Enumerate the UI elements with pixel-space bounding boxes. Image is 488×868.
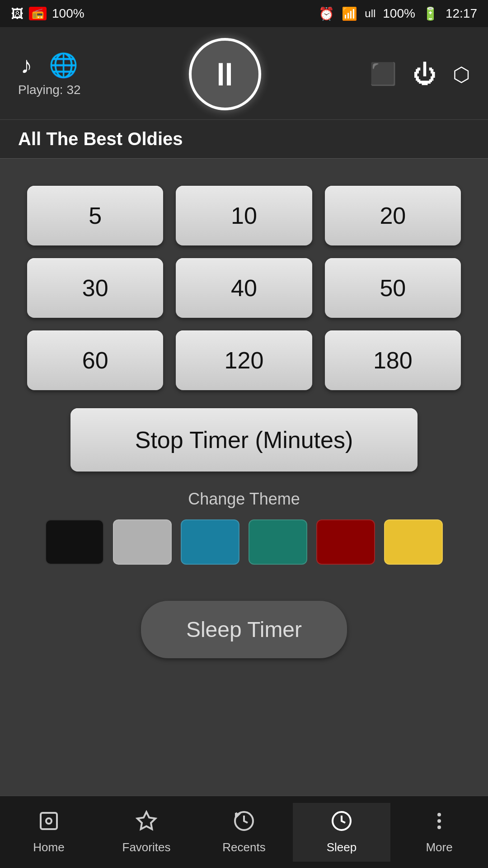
globe-icon[interactable]: 🌐 <box>49 52 78 79</box>
radio-icon: 📻 <box>29 7 47 20</box>
timer-grid: 5 10 20 30 40 50 60 120 180 <box>27 186 461 390</box>
status-right: ⏰ 📶 ull 100% 🔋 12:17 <box>319 6 477 21</box>
top-left-icons: ♪ 🌐 <box>21 52 78 79</box>
svg-point-6 <box>437 819 441 823</box>
top-left-section: ♪ 🌐 Playing: 32 <box>18 52 81 97</box>
battery-icon: 🔋 <box>422 6 438 21</box>
timer-10-button[interactable]: 10 <box>176 186 312 245</box>
theme-swatch-red[interactable] <box>316 519 375 565</box>
theme-label: Change Theme <box>188 490 300 509</box>
sleep-timer-section: Sleep Timer <box>27 601 461 658</box>
sleep-timer-button[interactable]: Sleep Timer <box>141 601 347 658</box>
timer-30-button[interactable]: 30 <box>27 258 163 318</box>
nav-recents-label: Recents <box>222 840 265 854</box>
alarm-icon: ⏰ <box>319 6 334 21</box>
nav-favorites-label: Favorites <box>122 840 171 854</box>
nav-home[interactable]: Home <box>0 803 98 862</box>
nav-favorites[interactable]: Favorites <box>98 803 195 862</box>
theme-swatch-teal[interactable] <box>249 519 307 565</box>
signal-icon: ull <box>365 7 375 20</box>
top-controls: ♪ 🌐 Playing: 32 ⏸ ⬛ ⏻ ⬡ <box>0 27 488 120</box>
theme-swatch-black[interactable] <box>45 519 104 565</box>
timer-180-button[interactable]: 180 <box>325 330 461 390</box>
timer-40-button[interactable]: 40 <box>176 258 312 318</box>
svg-point-1 <box>46 818 52 824</box>
status-bar: 🖼 📻 100% ⏰ 📶 ull 100% 🔋 12:17 <box>0 0 488 27</box>
nav-recents[interactable]: Recents <box>195 803 293 862</box>
favorites-icon <box>136 810 157 837</box>
svg-point-7 <box>437 826 441 829</box>
theme-swatch-gray[interactable] <box>113 519 172 565</box>
more-icon <box>428 810 450 837</box>
svg-point-5 <box>437 813 441 816</box>
battery-percent: 100% <box>383 6 415 21</box>
pause-icon: ⏸ <box>209 56 241 93</box>
pause-button[interactable]: ⏸ <box>189 38 261 110</box>
share-icon[interactable]: ⬡ <box>453 63 470 86</box>
theme-swatch-yellow[interactable] <box>384 519 443 565</box>
photo-icon: 🖼 <box>11 6 23 21</box>
power-icon[interactable]: ⏻ <box>413 61 436 88</box>
timer-50-button[interactable]: 50 <box>325 258 461 318</box>
nav-more[interactable]: More <box>390 803 488 862</box>
stop-timer-button[interactable]: Stop Timer (Minutes) <box>70 408 418 472</box>
station-name: All The Best Oldies <box>0 120 488 159</box>
theme-swatch-blue[interactable] <box>181 519 239 565</box>
nav-home-label: Home <box>33 840 64 854</box>
timer-120-button[interactable]: 120 <box>176 330 312 390</box>
wifi-icon: 📶 <box>342 6 357 21</box>
timer-5-button[interactable]: 5 <box>27 186 163 245</box>
svg-rect-0 <box>41 813 57 829</box>
theme-section: Change Theme <box>27 490 461 565</box>
timer-20-button[interactable]: 20 <box>325 186 461 245</box>
recents-icon <box>233 810 255 837</box>
main-content: 5 10 20 30 40 50 60 120 180 Stop Timer (… <box>0 159 488 672</box>
status-number: 100% <box>52 6 84 21</box>
theme-color-swatches <box>45 519 443 565</box>
sleep-icon <box>331 810 352 837</box>
home-icon <box>38 810 60 837</box>
music-note-icon[interactable]: ♪ <box>21 52 33 79</box>
nav-more-label: More <box>426 840 452 854</box>
svg-marker-2 <box>137 812 155 829</box>
nav-sleep-label: Sleep <box>327 840 357 854</box>
timer-60-button[interactable]: 60 <box>27 330 163 390</box>
status-left: 🖼 📻 100% <box>11 6 84 21</box>
stop-icon[interactable]: ⬛ <box>370 61 397 87</box>
bottom-nav: Home Favorites Recents Sleep <box>0 796 488 868</box>
clock: 12:17 <box>446 6 477 21</box>
playing-text: Playing: 32 <box>18 83 81 97</box>
nav-sleep[interactable]: Sleep <box>293 803 390 862</box>
top-right-section: ⬛ ⏻ ⬡ <box>370 61 470 88</box>
